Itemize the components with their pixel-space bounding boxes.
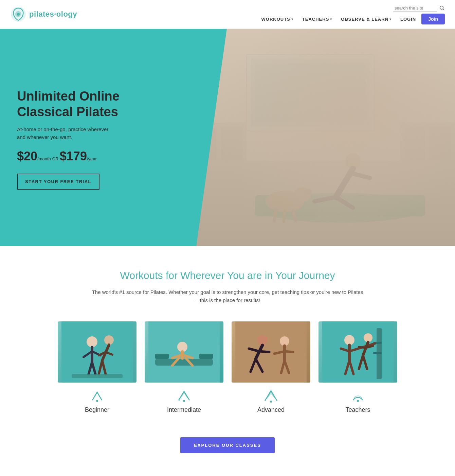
svg-line-19 (336, 169, 353, 197)
card-advanced[interactable]: Advanced (232, 321, 310, 413)
svg-line-22 (336, 197, 353, 208)
nav-observe-learn[interactable]: OBSERVE & LEARN ▾ (338, 15, 395, 24)
chevron-down-icon: ▾ (291, 17, 293, 21)
svg-point-54 (183, 400, 185, 402)
svg-point-69 (270, 401, 272, 403)
svg-point-86 (357, 400, 359, 402)
svg-rect-56 (235, 321, 307, 383)
hero-image (191, 29, 455, 246)
svg-line-66 (285, 351, 293, 352)
teachers-level-icon (350, 388, 365, 403)
svg-point-2 (440, 6, 443, 10)
intermediate-illustration (145, 321, 223, 383)
card-photo-intermediate (145, 321, 223, 383)
svg-rect-6 (191, 161, 455, 246)
card-photo-beginner (58, 321, 136, 383)
card-photo-advanced (232, 321, 310, 383)
intermediate-level-icon (177, 388, 192, 403)
svg-line-27 (284, 211, 285, 222)
svg-point-25 (305, 189, 311, 195)
login-link[interactable]: LOGIN (397, 15, 419, 24)
logo[interactable]: pilates·ology (10, 6, 77, 22)
card-teachers[interactable]: Teachers (318, 321, 397, 413)
workouts-description: The world's #1 source for Pilates. Wheth… (92, 288, 363, 304)
svg-line-28 (293, 210, 295, 221)
svg-point-1 (17, 13, 20, 16)
hero-illustration (191, 29, 455, 246)
nav-teachers[interactable]: TEACHERS ▾ (299, 15, 336, 24)
nav-links: WORKOUTS ▾ TEACHERS ▾ OBSERVE & LEARN ▾ … (258, 14, 445, 24)
search-area (393, 5, 445, 12)
svg-point-16 (255, 193, 425, 223)
search-icon[interactable] (439, 5, 445, 11)
card-beginner[interactable]: Beginner (58, 321, 136, 413)
svg-line-20 (353, 174, 370, 178)
svg-point-18 (345, 153, 361, 169)
svg-point-43 (96, 400, 98, 402)
svg-rect-17 (255, 195, 425, 216)
hero-title: Unlimited Online Classical Pilates (17, 89, 174, 120)
nav-workouts[interactable]: WORKOUTS ▾ (258, 15, 297, 24)
card-image-teachers (318, 321, 397, 383)
svg-rect-45 (155, 359, 213, 366)
start-trial-button[interactable]: START YOUR FREE TRIAL (17, 174, 99, 190)
chevron-down-icon: ▾ (389, 17, 392, 21)
beginner-illustration (58, 321, 136, 383)
hero-content: Unlimited Online Classical Pilates At-ho… (0, 29, 191, 246)
svg-rect-15 (430, 127, 451, 161)
svg-rect-8 (251, 59, 370, 127)
svg-rect-7 (247, 54, 374, 131)
join-button[interactable]: Join (421, 14, 445, 24)
logo-icon (10, 6, 26, 22)
svg-rect-42 (72, 374, 123, 378)
hero-section: Unlimited Online Classical Pilates At-ho… (0, 29, 455, 246)
logo-text: pilates·ology (29, 10, 77, 19)
card-image-intermediate (145, 321, 223, 383)
card-label-intermediate: Intermediate (167, 406, 201, 413)
teachers-illustration (318, 321, 397, 383)
workouts-title: Workouts for Wherever You are in Your Jo… (14, 270, 441, 281)
svg-rect-4 (191, 29, 455, 246)
svg-point-24 (293, 187, 310, 202)
svg-rect-14 (404, 127, 425, 161)
svg-line-26 (274, 210, 276, 221)
card-photo-teachers (318, 321, 397, 383)
svg-line-3 (443, 9, 444, 11)
svg-point-55 (179, 400, 180, 401)
card-intermediate[interactable]: Intermediate (145, 321, 223, 413)
class-cards-grid: Beginner (58, 321, 397, 413)
svg-line-60 (259, 351, 269, 352)
svg-rect-9 (255, 63, 366, 122)
svg-rect-29 (61, 321, 133, 383)
hero-photo (191, 29, 455, 246)
svg-rect-12 (221, 127, 242, 161)
card-label-advanced: Advanced (257, 406, 285, 413)
advanced-illustration (232, 321, 310, 383)
card-label-beginner: Beginner (85, 406, 109, 413)
svg-rect-5 (191, 29, 455, 161)
hero-price: $20/monthOR$179/year (17, 149, 174, 163)
beginner-level-icon (90, 388, 105, 403)
workouts-section: Workouts for Wherever You are in Your Jo… (0, 246, 455, 474)
advanced-level-icon (263, 388, 278, 403)
hero-subtitle: At-home or on-the-go, practice wherever … (17, 126, 109, 141)
explore-classes-button[interactable]: EXPLORE OUR CLASSES (180, 437, 275, 453)
svg-rect-70 (322, 321, 394, 383)
chevron-down-icon: ▾ (330, 17, 332, 21)
svg-rect-46 (155, 354, 169, 359)
svg-line-21 (314, 197, 336, 201)
svg-rect-73 (373, 352, 382, 354)
card-image-advanced (232, 321, 310, 383)
svg-point-23 (266, 191, 304, 212)
svg-rect-13 (400, 123, 455, 208)
svg-point-31 (104, 335, 114, 345)
svg-rect-47 (199, 354, 213, 359)
card-image-beginner (58, 321, 136, 383)
card-label-teachers: Teachers (345, 406, 370, 413)
search-input[interactable] (393, 5, 437, 12)
svg-point-30 (87, 336, 97, 347)
site-header: pilates·ology WORKOUTS ▾ TEACHERS ▾ OBSE… (0, 0, 455, 29)
header-right: WORKOUTS ▾ TEACHERS ▾ OBSERVE & LEARN ▾ … (258, 4, 445, 24)
